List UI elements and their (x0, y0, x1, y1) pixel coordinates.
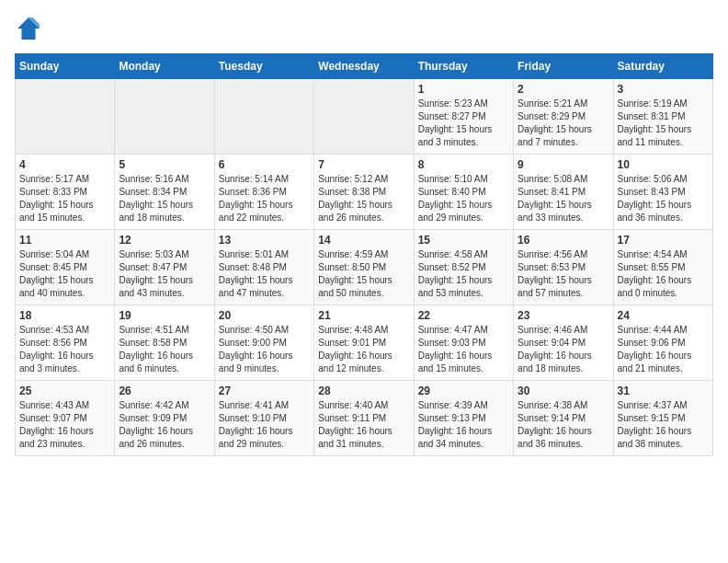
calendar-cell: 12Sunrise: 5:03 AM Sunset: 8:47 PM Dayli… (115, 230, 214, 305)
day-number: 24 (618, 309, 709, 322)
calendar-cell: 22Sunrise: 4:47 AM Sunset: 9:03 PM Dayli… (414, 305, 513, 381)
day-info: Sunrise: 5:14 AM Sunset: 8:36 PM Dayligh… (219, 173, 310, 224)
calendar-cell: 27Sunrise: 4:41 AM Sunset: 9:10 PM Dayli… (214, 381, 313, 456)
day-number: 25 (19, 385, 110, 397)
calendar-cell: 2Sunrise: 5:21 AM Sunset: 8:29 PM Daylig… (514, 79, 613, 155)
day-info: Sunrise: 4:41 AM Sunset: 9:10 PM Dayligh… (219, 399, 310, 451)
day-number: 21 (318, 309, 409, 322)
day-number: 29 (418, 385, 509, 397)
calendar-cell: 26Sunrise: 4:42 AM Sunset: 9:09 PM Dayli… (115, 381, 214, 456)
calendar-cell: 7Sunrise: 5:12 AM Sunset: 8:38 PM Daylig… (314, 155, 414, 230)
day-number: 18 (19, 309, 110, 322)
day-number: 13 (219, 234, 310, 247)
calendar-table: SundayMondayTuesdayWednesdayThursdayFrid… (15, 53, 713, 456)
day-number: 20 (219, 309, 310, 322)
calendar-cell: 29Sunrise: 4:39 AM Sunset: 9:13 PM Dayli… (414, 381, 513, 456)
day-info: Sunrise: 4:39 AM Sunset: 9:13 PM Dayligh… (418, 399, 509, 451)
calendar-cell: 21Sunrise: 4:48 AM Sunset: 9:01 PM Dayli… (314, 305, 414, 381)
day-info: Sunrise: 5:10 AM Sunset: 8:40 PM Dayligh… (418, 173, 509, 224)
week-row-2: 4Sunrise: 5:17 AM Sunset: 8:33 PM Daylig… (16, 155, 713, 230)
day-info: Sunrise: 4:38 AM Sunset: 9:14 PM Dayligh… (518, 399, 609, 451)
day-info: Sunrise: 5:01 AM Sunset: 8:48 PM Dayligh… (219, 248, 310, 300)
day-number: 11 (19, 234, 110, 247)
calendar-cell: 31Sunrise: 4:37 AM Sunset: 9:15 PM Dayli… (613, 381, 712, 456)
calendar-cell: 25Sunrise: 4:43 AM Sunset: 9:07 PM Dayli… (16, 381, 115, 456)
day-number: 17 (618, 234, 709, 247)
day-number: 10 (618, 158, 709, 171)
day-info: Sunrise: 5:21 AM Sunset: 8:29 PM Dayligh… (518, 98, 609, 149)
calendar-cell (214, 79, 313, 155)
day-info: Sunrise: 5:04 AM Sunset: 8:45 PM Dayligh… (19, 248, 110, 300)
day-number: 7 (318, 158, 409, 171)
calendar-cell: 8Sunrise: 5:10 AM Sunset: 8:40 PM Daylig… (414, 155, 513, 230)
day-info: Sunrise: 5:06 AM Sunset: 8:43 PM Dayligh… (618, 173, 709, 224)
calendar-cell: 19Sunrise: 4:51 AM Sunset: 8:58 PM Dayli… (115, 305, 214, 381)
weekday-header-sunday: Sunday (16, 54, 115, 79)
day-number: 9 (518, 158, 609, 171)
calendar-cell: 9Sunrise: 5:08 AM Sunset: 8:41 PM Daylig… (514, 155, 613, 230)
calendar-cell: 14Sunrise: 4:59 AM Sunset: 8:50 PM Dayli… (314, 230, 414, 305)
day-info: Sunrise: 4:56 AM Sunset: 8:53 PM Dayligh… (518, 248, 609, 300)
calendar-cell: 16Sunrise: 4:56 AM Sunset: 8:53 PM Dayli… (514, 230, 613, 305)
calendar-cell: 1Sunrise: 5:23 AM Sunset: 8:27 PM Daylig… (414, 79, 513, 155)
day-info: Sunrise: 5:23 AM Sunset: 8:27 PM Dayligh… (418, 98, 509, 149)
day-info: Sunrise: 4:43 AM Sunset: 9:07 PM Dayligh… (19, 399, 110, 451)
weekday-header-tuesday: Tuesday (214, 54, 313, 79)
day-number: 15 (418, 234, 509, 247)
day-number: 23 (518, 309, 609, 322)
day-info: Sunrise: 4:53 AM Sunset: 8:56 PM Dayligh… (19, 324, 110, 375)
calendar-cell: 15Sunrise: 4:58 AM Sunset: 8:52 PM Dayli… (414, 230, 513, 305)
day-info: Sunrise: 5:16 AM Sunset: 8:34 PM Dayligh… (119, 173, 210, 224)
calendar-cell (115, 79, 214, 155)
day-info: Sunrise: 5:12 AM Sunset: 8:38 PM Dayligh… (318, 173, 409, 224)
day-info: Sunrise: 4:44 AM Sunset: 9:06 PM Dayligh… (618, 324, 709, 375)
calendar-cell: 28Sunrise: 4:40 AM Sunset: 9:11 PM Dayli… (314, 381, 414, 456)
logo (15, 15, 46, 42)
calendar-cell: 17Sunrise: 4:54 AM Sunset: 8:55 PM Dayli… (613, 230, 712, 305)
day-info: Sunrise: 4:50 AM Sunset: 9:00 PM Dayligh… (219, 324, 310, 375)
weekday-header-monday: Monday (115, 54, 214, 79)
day-info: Sunrise: 4:37 AM Sunset: 9:15 PM Dayligh… (618, 399, 709, 451)
logo-icon (15, 15, 42, 42)
week-row-4: 18Sunrise: 4:53 AM Sunset: 8:56 PM Dayli… (16, 305, 713, 381)
weekday-header-row: SundayMondayTuesdayWednesdayThursdayFrid… (16, 54, 713, 79)
day-number: 22 (418, 309, 509, 322)
day-number: 30 (518, 385, 609, 397)
calendar-cell (16, 79, 115, 155)
day-number: 5 (119, 158, 210, 171)
page-header (15, 15, 713, 42)
calendar-cell: 4Sunrise: 5:17 AM Sunset: 8:33 PM Daylig… (16, 155, 115, 230)
day-number: 2 (518, 83, 609, 96)
day-info: Sunrise: 4:59 AM Sunset: 8:50 PM Dayligh… (318, 248, 409, 300)
calendar-cell: 23Sunrise: 4:46 AM Sunset: 9:04 PM Dayli… (514, 305, 613, 381)
calendar-cell: 24Sunrise: 4:44 AM Sunset: 9:06 PM Dayli… (613, 305, 712, 381)
calendar-cell: 3Sunrise: 5:19 AM Sunset: 8:31 PM Daylig… (613, 79, 712, 155)
day-number: 14 (318, 234, 409, 247)
day-number: 1 (418, 83, 509, 96)
day-info: Sunrise: 5:08 AM Sunset: 8:41 PM Dayligh… (518, 173, 609, 224)
day-info: Sunrise: 4:42 AM Sunset: 9:09 PM Dayligh… (119, 399, 210, 451)
day-info: Sunrise: 4:51 AM Sunset: 8:58 PM Dayligh… (119, 324, 210, 375)
day-number: 31 (618, 385, 709, 397)
day-number: 27 (219, 385, 310, 397)
day-number: 4 (19, 158, 110, 171)
calendar-cell: 13Sunrise: 5:01 AM Sunset: 8:48 PM Dayli… (214, 230, 313, 305)
weekday-header-friday: Friday (514, 54, 613, 79)
day-number: 28 (318, 385, 409, 397)
calendar-cell: 30Sunrise: 4:38 AM Sunset: 9:14 PM Dayli… (514, 381, 613, 456)
day-number: 16 (518, 234, 609, 247)
week-row-3: 11Sunrise: 5:04 AM Sunset: 8:45 PM Dayli… (16, 230, 713, 305)
calendar-cell (314, 79, 414, 155)
weekday-header-thursday: Thursday (414, 54, 513, 79)
day-info: Sunrise: 4:47 AM Sunset: 9:03 PM Dayligh… (418, 324, 509, 375)
calendar-cell: 11Sunrise: 5:04 AM Sunset: 8:45 PM Dayli… (16, 230, 115, 305)
calendar-cell: 6Sunrise: 5:14 AM Sunset: 8:36 PM Daylig… (214, 155, 313, 230)
calendar-cell: 20Sunrise: 4:50 AM Sunset: 9:00 PM Dayli… (214, 305, 313, 381)
calendar-cell: 5Sunrise: 5:16 AM Sunset: 8:34 PM Daylig… (115, 155, 214, 230)
calendar-cell: 10Sunrise: 5:06 AM Sunset: 8:43 PM Dayli… (613, 155, 712, 230)
day-info: Sunrise: 5:03 AM Sunset: 8:47 PM Dayligh… (119, 248, 210, 300)
weekday-header-wednesday: Wednesday (314, 54, 414, 79)
day-number: 26 (119, 385, 210, 397)
day-info: Sunrise: 4:46 AM Sunset: 9:04 PM Dayligh… (518, 324, 609, 375)
svg-marker-0 (17, 17, 40, 40)
